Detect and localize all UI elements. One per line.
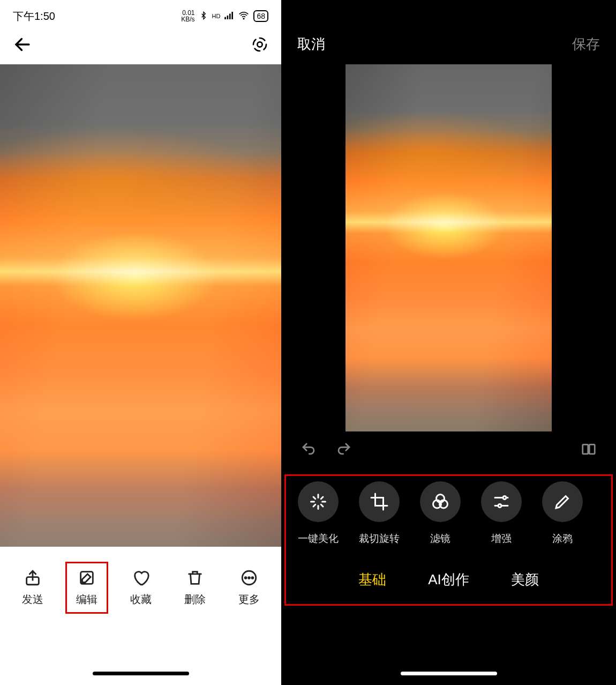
- google-lens-button[interactable]: [251, 36, 268, 55]
- favorite-button[interactable]: 收藏: [119, 569, 162, 607]
- delete-label: 删除: [184, 592, 206, 607]
- sparkle-icon: [298, 481, 339, 522]
- svg-rect-2: [229, 13, 231, 19]
- svg-point-5: [253, 38, 266, 51]
- pencil-icon: [542, 481, 583, 522]
- tool-label: 一键美化: [298, 532, 339, 546]
- compare-button[interactable]: [581, 441, 597, 459]
- photo-viewer-pane: 下午1:50 0.01 KB/s HD 68: [0, 0, 281, 685]
- battery-indicator: 68: [253, 10, 268, 22]
- home-indicator[interactable]: [93, 672, 189, 675]
- cancel-button[interactable]: 取消: [297, 35, 325, 54]
- edit-icon: [78, 569, 96, 589]
- back-button[interactable]: [13, 35, 32, 56]
- delete-button[interactable]: 删除: [174, 569, 216, 607]
- svg-point-4: [244, 18, 245, 19]
- tool-label: 增强: [491, 532, 512, 546]
- tool-auto-beautify[interactable]: 一键美化: [297, 481, 340, 546]
- editor-tool-panel: 一键美化 裁切旋转 滤镜 增强: [284, 474, 613, 606]
- tool-label: 滤镜: [430, 532, 450, 546]
- svg-point-19: [498, 504, 501, 508]
- redo-button[interactable]: [336, 441, 352, 459]
- more-button[interactable]: 更多: [228, 569, 271, 607]
- filter-icon: [420, 481, 461, 522]
- svg-point-11: [248, 577, 250, 579]
- crop-icon: [359, 481, 400, 522]
- svg-rect-0: [225, 17, 227, 19]
- tool-crop-rotate[interactable]: 裁切旋转: [358, 481, 401, 546]
- share-button[interactable]: 发送: [11, 569, 54, 607]
- svg-point-12: [251, 577, 253, 579]
- status-time: 下午1:50: [13, 9, 55, 24]
- edit-button[interactable]: 编辑: [65, 562, 108, 614]
- status-kbs: 0.01 KB/s: [181, 10, 194, 23]
- history-row: [281, 431, 616, 469]
- svg-rect-3: [232, 12, 234, 19]
- home-indicator[interactable]: [401, 672, 497, 675]
- favorite-label: 收藏: [130, 592, 152, 607]
- more-icon: [240, 569, 258, 589]
- tab-basic[interactable]: 基础: [358, 570, 386, 589]
- tool-row[interactable]: 一键美化 裁切旋转 滤镜 增强: [286, 481, 611, 553]
- editor-header: 取消 保存: [281, 0, 616, 64]
- battery-value: 68: [257, 12, 265, 20]
- svg-point-18: [503, 496, 506, 500]
- viewer-bottom-bar: 发送 编辑 收藏 删除: [0, 547, 281, 685]
- undo-button[interactable]: [301, 441, 317, 459]
- svg-rect-1: [227, 16, 229, 19]
- trash-icon: [186, 569, 204, 589]
- viewer-header: [0, 27, 281, 64]
- sunset-photo: [0, 64, 281, 547]
- editor-canvas[interactable]: [281, 64, 616, 431]
- heart-icon: [132, 569, 150, 589]
- photo-editor-pane: 取消 保存 一键美化 裁切旋转: [281, 0, 616, 685]
- svg-point-10: [245, 577, 246, 579]
- tool-label: 裁切旋转: [359, 532, 400, 546]
- svg-rect-14: [589, 444, 595, 454]
- signal-icon: [224, 12, 234, 21]
- tool-filter[interactable]: 滤镜: [419, 481, 462, 546]
- tab-beauty[interactable]: 美颜: [511, 570, 539, 589]
- photo-content[interactable]: [0, 64, 281, 547]
- category-tabs: 基础 AI创作 美颜: [286, 553, 611, 589]
- save-button[interactable]: 保存: [572, 35, 600, 54]
- tab-ai-create[interactable]: AI创作: [428, 570, 469, 589]
- share-label: 发送: [22, 592, 43, 607]
- wifi-icon: [238, 10, 249, 23]
- share-icon: [24, 569, 42, 589]
- more-label: 更多: [238, 592, 260, 607]
- status-hd: HD: [212, 13, 221, 19]
- status-bar: 下午1:50 0.01 KB/s HD 68: [0, 0, 281, 27]
- svg-point-6: [257, 42, 262, 47]
- tool-label: 涂鸦: [552, 532, 573, 546]
- tool-doodle[interactable]: 涂鸦: [541, 481, 584, 546]
- edit-label: 编辑: [76, 592, 97, 607]
- bluetooth-icon: [199, 11, 208, 21]
- sunset-photo-edit: [345, 64, 552, 431]
- sliders-icon: [481, 481, 522, 522]
- svg-rect-13: [583, 444, 588, 454]
- tool-enhance[interactable]: 增强: [480, 481, 523, 546]
- status-right: 0.01 KB/s HD 68: [181, 10, 268, 23]
